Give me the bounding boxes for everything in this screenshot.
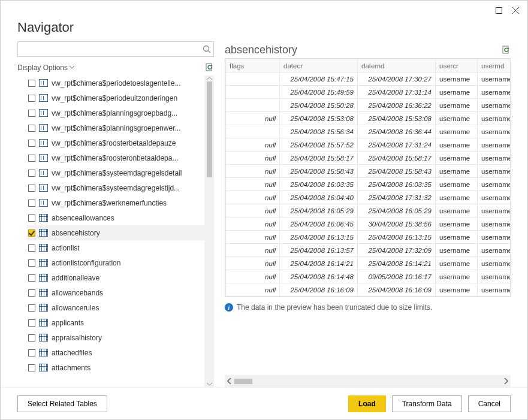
scroll-down-icon[interactable] [207,382,212,386]
checkbox[interactable] [28,140,35,147]
table-row[interactable]: null25/04/2008 15:53:0825/04/2008 15:53:… [226,112,511,125]
cell-datemd: 25/04/2008 17:32:09 [358,244,436,257]
tree-item[interactable]: attachments [27,360,204,375]
horizontal-scrollbar[interactable] [225,375,511,387]
search-box[interactable] [17,41,214,57]
table-row[interactable]: 25/04/2008 15:47:1525/04/2008 17:30:27us… [226,72,511,86]
scrollbar-thumb[interactable] [207,81,212,177]
tree-item-label: appraisalhistory [52,334,102,342]
checkbox[interactable] [28,289,35,297]
cell-datemd: 25/04/2008 17:31:14 [358,86,436,99]
tree-item[interactable]: applicants [27,315,204,330]
select-related-tables-button[interactable]: Select Related Tables [17,395,107,412]
cell-datemd: 25/04/2008 17:30:27 [358,72,436,86]
scroll-up-icon[interactable] [207,77,212,80]
vertical-scrollbar[interactable] [204,75,214,387]
hscroll-thumb[interactable] [234,379,252,384]
checkbox[interactable] [28,110,35,117]
tree-item[interactable]: vw_rpt$chimera$roosterbetaaldepauze [27,135,204,150]
tree-item[interactable]: absencehistory [27,225,204,240]
tree-item[interactable]: vw_rpt$chimera$systeemdagregelsdetail [27,165,204,180]
table-row[interactable]: null25/04/2008 16:13:1525/04/2008 16:13:… [226,231,511,244]
tree-item[interactable]: additionalleave [27,270,204,285]
tree-item[interactable]: vw_rpt$chimera$periodeuitzonderingen [27,90,204,105]
checkbox[interactable] [28,214,35,222]
tree-item[interactable]: actionlist [27,240,204,255]
scroll-right-icon[interactable] [503,378,508,384]
column-header[interactable]: datemd [358,59,436,72]
checkbox[interactable] [28,229,35,237]
cancel-button[interactable]: Cancel [468,395,511,412]
refresh-icon[interactable] [205,63,214,72]
table-row[interactable]: null25/04/2008 16:13:5725/04/2008 17:32:… [226,244,511,257]
table-icon [39,334,48,342]
checkbox[interactable] [28,200,35,207]
cell-flags: null [226,217,280,231]
refresh-preview-icon[interactable] [502,46,511,55]
table-row[interactable]: 25/04/2008 15:50:2825/04/2008 16:36:22us… [226,99,511,112]
maximize-button[interactable] [490,4,507,16]
table-row[interactable]: 25/04/2008 15:56:3425/04/2008 16:36:44us… [226,125,511,138]
tree-item[interactable]: actionlistconfiguration [27,255,204,270]
transform-data-button[interactable]: Transform Data [392,395,462,412]
table-row[interactable]: null25/04/2008 16:04:4025/04/2008 17:31:… [226,191,511,204]
checkbox[interactable] [28,259,35,267]
table-row[interactable]: null25/04/2008 15:58:1725/04/2008 15:58:… [226,152,511,165]
checkbox[interactable] [28,95,35,102]
search-icon[interactable] [203,45,211,53]
data-grid[interactable]: flagsdatecrdatemdusercrusermd 25/04/2008… [225,58,511,297]
checkbox[interactable] [28,80,35,87]
load-button[interactable]: Load [348,395,386,412]
tree-item[interactable]: attachedfiles [27,345,204,360]
checkbox[interactable] [28,319,35,327]
cell-datemd: 25/04/2008 16:05:29 [358,204,436,217]
checkbox[interactable] [28,334,35,342]
checkbox[interactable] [28,244,35,252]
tree-item[interactable]: allowancerules [27,300,204,315]
close-button[interactable] [507,4,524,16]
table-row[interactable]: 25/04/2008 15:49:5925/04/2008 17:31:14us… [226,86,511,99]
tree-item[interactable]: vw_rpt$chimera$systeemdagregelstijd... [27,180,204,195]
cell-usermd: username [478,86,511,99]
svg-rect-5 [206,64,212,71]
table-row[interactable]: null25/04/2008 16:03:3525/04/2008 16:03:… [226,178,511,191]
checkbox[interactable] [28,364,35,371]
cell-datemd: 09/05/2008 10:16:17 [358,270,436,283]
table-row[interactable]: null25/04/2008 16:05:2925/04/2008 16:05:… [226,204,511,217]
checkbox[interactable] [28,349,35,356]
search-input[interactable] [20,43,203,56]
checkbox[interactable] [28,170,35,177]
column-header[interactable]: datecr [280,59,358,72]
column-header[interactable]: usercr [436,59,478,72]
cell-datemd: 25/04/2008 15:53:08 [358,112,436,125]
checkbox[interactable] [28,304,35,312]
preview-title: absencehistory [225,44,297,56]
scroll-left-icon[interactable] [227,378,232,384]
table-row[interactable]: null25/04/2008 15:57:5225/04/2008 17:31:… [226,138,511,152]
tree-item[interactable]: appraisalhistory [27,330,204,345]
column-header[interactable]: usermd [478,59,511,72]
column-header[interactable]: flags [226,59,280,72]
table-row[interactable]: null25/04/2008 15:58:4325/04/2008 15:58:… [226,165,511,178]
cell-usermd: username [478,178,511,191]
table-row[interactable]: null25/04/2008 16:14:4809/05/2008 10:16:… [226,270,511,283]
table-row[interactable]: null25/04/2008 16:16:0925/04/2008 16:16:… [226,283,511,297]
checkbox[interactable] [28,125,35,132]
checkbox[interactable] [28,155,35,162]
tree-item[interactable]: absenceallowances [27,210,204,225]
cell-usercr: username [436,244,478,257]
cell-flags: null [226,257,280,270]
cell-usercr: username [436,283,478,297]
tree-item[interactable]: vw_rpt$chimera$planningsgroepenwer... [27,120,204,135]
tree-item[interactable]: vw_rpt$chimera$periodetoeslagentelle... [27,75,204,90]
display-options-dropdown[interactable]: Display Options [17,64,74,72]
table-row[interactable]: null25/04/2008 16:06:4530/04/2008 15:38:… [226,217,511,231]
tree-item[interactable]: vw_rpt$chimera$planningsgroepbadg... [27,105,204,120]
table-row[interactable]: null25/04/2008 16:14:2125/04/2008 16:14:… [226,257,511,270]
checkbox[interactable] [28,274,35,282]
tree-item[interactable]: vw_rpt$chimera$roosteronbetaaldepa... [27,150,204,165]
tree-item[interactable]: vw_rpt$chimera$werknemerfuncties [27,195,204,210]
checkbox[interactable] [28,185,35,192]
tree-item[interactable]: allowancebands [27,285,204,300]
cell-usermd: username [478,125,511,138]
